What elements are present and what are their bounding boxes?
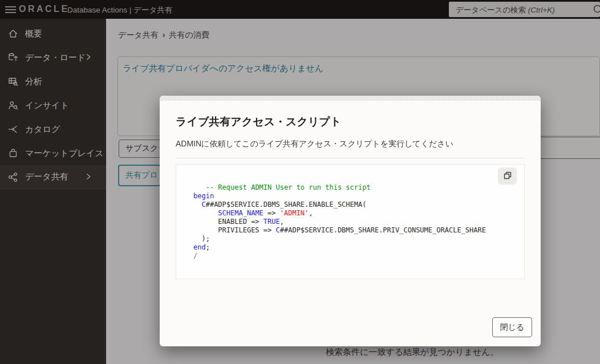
- copy-button[interactable]: [498, 167, 517, 185]
- script-code[interactable]: -- Request ADMIN User to run this script…: [176, 165, 524, 265]
- dialog-title: ライブ共有アクセス・スクリプト: [176, 114, 341, 129]
- close-button[interactable]: 閉じる: [492, 317, 532, 337]
- dialog-header-texture: [160, 96, 541, 101]
- dialog-divider: [176, 158, 525, 158]
- script-code-block: -- Request ADMIN User to run this script…: [176, 164, 525, 279]
- copy-icon: [503, 171, 512, 182]
- dialog-instruction: ADMINに依頼してこのライブ共有アクセス・スクリプトを実行してください: [176, 139, 453, 149]
- live-share-access-script-dialog: ライブ共有アクセス・スクリプト ADMINに依頼してこのライブ共有アクセス・スク…: [160, 96, 541, 346]
